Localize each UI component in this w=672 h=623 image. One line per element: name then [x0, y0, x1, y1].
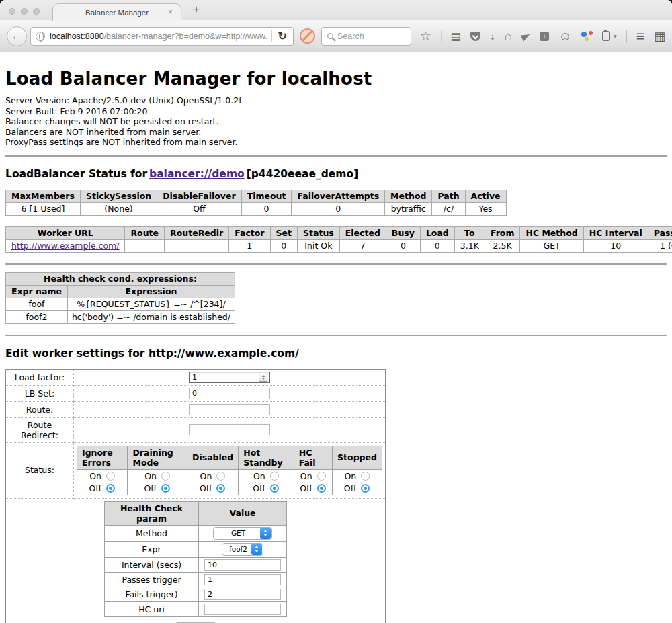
- lb-set-input[interactable]: [189, 388, 270, 399]
- number-spinner-icon[interactable]: [259, 374, 267, 382]
- method-select[interactable]: GET: [213, 527, 272, 540]
- hot-standby-on-radio[interactable]: [270, 472, 279, 481]
- hc-param-label: Passes trigger: [105, 572, 199, 587]
- ignore-errors-off-radio[interactable]: [106, 484, 115, 493]
- radio-label: Off: [344, 483, 356, 493]
- route-redirect-input[interactable]: [189, 424, 270, 435]
- tab-groups-icon[interactable]: ▦: [654, 29, 665, 44]
- send-tab-icon[interactable]: [521, 31, 532, 41]
- back-button[interactable]: ←: [7, 26, 27, 46]
- column-header: MaxMembers: [6, 190, 81, 202]
- tab-close-icon[interactable]: ×: [168, 7, 173, 17]
- workers-table: Worker URL Route RouteRedir Factor Set S…: [5, 226, 672, 253]
- load-factor-input[interactable]: [189, 372, 270, 383]
- column-header: HC Interval: [583, 226, 648, 239]
- reading-list-icon[interactable]: ▤: [451, 31, 461, 42]
- hc-param-value: [199, 601, 287, 616]
- search-bar[interactable]: [321, 27, 411, 46]
- status-column-header: Ignore Errors: [77, 446, 128, 469]
- ignore-errors-on-radio[interactable]: [106, 472, 115, 481]
- expr-select[interactable]: foof2: [222, 543, 263, 556]
- browser-window: Balancer Manager × + ← localhost:8880/ba…: [0, 0, 672, 623]
- disabled-off-radio[interactable]: [216, 484, 225, 493]
- status-col-disabled: OnOff: [187, 469, 239, 495]
- reload-icon[interactable]: ↻: [277, 30, 288, 42]
- cell: 7: [339, 239, 386, 252]
- menu-icon[interactable]: ≡: [636, 28, 644, 44]
- column-header: Value: [199, 501, 287, 525]
- cell: [125, 239, 165, 252]
- site-identity-globe-icon[interactable]: [36, 32, 45, 41]
- interval-input[interactable]: [204, 559, 281, 571]
- save-to-device-icon[interactable]: ↓: [540, 32, 549, 41]
- page-content: Load Balancer Manager for localhost Serv…: [0, 69, 672, 623]
- hc-fail-on-radio[interactable]: [317, 472, 326, 481]
- hc-fail-off-radio[interactable]: [317, 484, 326, 493]
- window-controls: [9, 8, 40, 15]
- close-button[interactable]: [9, 8, 15, 15]
- column-header: Timeout: [241, 190, 292, 202]
- column-header: Worker URL: [6, 226, 125, 239]
- status-column-header: HC Fail: [294, 446, 332, 469]
- status-col-hc-fail: OnOff: [294, 469, 332, 495]
- radio-label: On: [300, 471, 312, 481]
- hc-row-hc-uri: HC uri: [105, 601, 287, 616]
- hot-standby-off-radio[interactable]: [270, 484, 279, 493]
- tab-title: Balancer Manager: [85, 9, 149, 17]
- search-icon: [327, 33, 333, 39]
- url-bar[interactable]: localhost:8880/balancer-manager?b=demo&w…: [30, 27, 294, 46]
- cell: 0: [241, 202, 292, 215]
- heading-text: LoadBalancer Status for: [5, 168, 147, 180]
- cell: 0: [420, 239, 454, 252]
- column-header: Passes: [648, 226, 672, 239]
- field-value-cell: [74, 369, 386, 385]
- draining-mode-off-radio[interactable]: [161, 484, 170, 493]
- hc-param-label: Method: [105, 525, 199, 541]
- status-column-header: Hot Standby: [239, 446, 294, 469]
- hc-uri-input[interactable]: [204, 604, 281, 615]
- hc-param-value: foof2: [199, 541, 287, 557]
- expr-name-cell: foof2: [6, 310, 68, 323]
- draining-mode-on-radio[interactable]: [161, 472, 170, 481]
- field-label: Route Redirect:: [6, 417, 74, 442]
- url-text[interactable]: localhost:8880/balancer-manager?b=demo&w…: [50, 32, 267, 41]
- stopped-on-radio[interactable]: [361, 472, 370, 481]
- search-input[interactable]: [337, 32, 405, 41]
- minimize-button[interactable]: [21, 8, 28, 15]
- hc-param-value: [199, 572, 287, 587]
- route-input[interactable]: [189, 404, 270, 415]
- column-header: Load: [420, 226, 454, 239]
- new-tab-button[interactable]: +: [193, 3, 200, 16]
- dropdown-caret-icon[interactable]: ▾: [614, 32, 617, 40]
- cell: [165, 239, 229, 252]
- column-header: Active: [465, 190, 506, 202]
- server-info-line: Server Built: Feb 9 2016 07:00:20: [5, 106, 667, 117]
- radio-label: On: [253, 471, 265, 481]
- worker-row: http://www.example.com/ 1 0 Init Ok 7 0 …: [6, 239, 672, 252]
- downloads-icon[interactable]: ↓: [490, 31, 495, 42]
- balancer-link[interactable]: balancer://demo: [149, 168, 245, 180]
- passes-trigger-input[interactable]: [204, 574, 281, 585]
- server-info-line: Server Version: Apache/2.5.0-dev (Unix) …: [5, 95, 667, 106]
- tab-balancer-manager[interactable]: Balancer Manager ×: [52, 3, 181, 21]
- field-label: Load factor:: [6, 369, 74, 385]
- content-blocker-icon[interactable]: [300, 28, 315, 44]
- hc-row-passes: Passes trigger: [105, 572, 287, 587]
- zoom-button[interactable]: [33, 8, 40, 15]
- balancer-status-heading: LoadBalancer Status forbalancer://demo[p…: [5, 168, 667, 180]
- chat-icon[interactable]: ☺: [558, 30, 571, 42]
- pocket-icon[interactable]: [470, 32, 480, 41]
- extension-battery-icon[interactable]: [602, 31, 610, 41]
- cell: (None): [80, 202, 157, 215]
- toolbar-divider: [441, 30, 442, 42]
- fails-trigger-input[interactable]: [204, 589, 281, 600]
- server-info-line: Balancer changes will NOT be persisted o…: [5, 116, 667, 127]
- bookmark-star-icon[interactable]: ☆: [420, 30, 431, 42]
- cell: 1: [229, 239, 270, 252]
- home-icon[interactable]: ⌂: [505, 30, 512, 42]
- worker-url-link[interactable]: http://www.example.com/: [11, 241, 119, 251]
- hc-param-value: [199, 587, 287, 601]
- stopped-off-radio[interactable]: [361, 484, 370, 493]
- firefox-hello-icon[interactable]: [581, 31, 593, 41]
- disabled-on-radio[interactable]: [216, 472, 225, 481]
